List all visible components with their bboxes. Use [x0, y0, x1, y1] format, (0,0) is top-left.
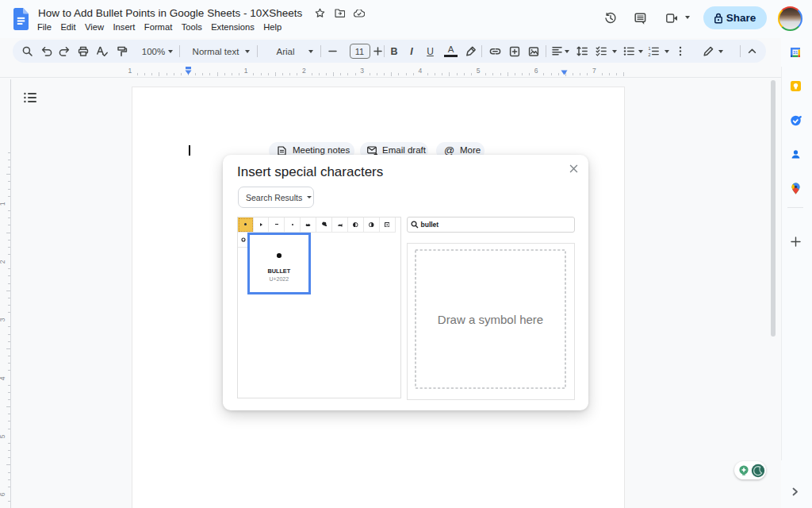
svg-text:2: 2 — [649, 52, 651, 57]
svg-text:1: 1 — [649, 46, 651, 51]
svg-text:31: 31 — [792, 50, 797, 55]
